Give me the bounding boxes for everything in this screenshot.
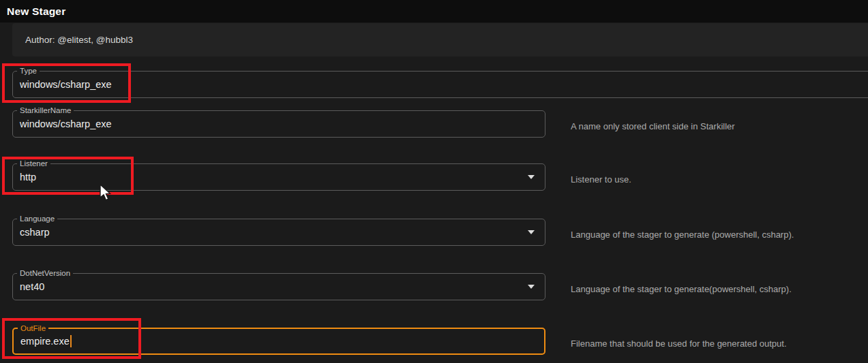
author-text: Author: @elitest, @hubbl3	[12, 35, 133, 45]
outfile-helper-text: Filename that should be used for the gen…	[571, 338, 787, 349]
outfile-input-field[interactable]: OutFile empire.exe	[12, 328, 545, 355]
listener-field-value: http	[20, 164, 36, 190]
dropdown-arrow-icon[interactable]	[528, 285, 535, 289]
dotnetversion-select-field[interactable]: DotNetVersion net40	[12, 273, 545, 300]
author-card: Author: @elitest, @hubbl3	[12, 23, 868, 57]
outfile-field-value: empire.exe	[20, 329, 72, 353]
page-title: New Stager	[0, 5, 65, 18]
dotnetversion-field-value: net40	[20, 274, 44, 300]
starkillername-helper-text: A name only stored client side in Starki…	[571, 121, 735, 131]
language-field-value: csharp	[20, 219, 50, 245]
language-select-field[interactable]: Language csharp	[12, 219, 545, 246]
language-helper-text: Language of the stager to generate (powe…	[571, 230, 794, 240]
dropdown-arrow-icon[interactable]	[528, 175, 535, 179]
listener-helper-text: Listener to use.	[571, 174, 631, 185]
new-stager-page: New Stager Author: @elitest, @hubbl3 Typ…	[0, 0, 868, 363]
type-field-value: windows/csharp_exe	[20, 72, 112, 97]
listener-select-field[interactable]: Listener http	[12, 163, 545, 191]
top-bar: New Stager	[0, 0, 868, 22]
text-caret	[70, 335, 72, 347]
type-select-field[interactable]: Type windows/csharp_exe	[12, 71, 868, 98]
dotnetversion-helper-text: Language of the stager to generate(power…	[571, 284, 792, 294]
starkillername-field-value: windows/csharp_exe	[20, 111, 112, 137]
starkillername-input-field[interactable]: StarkillerName windows/csharp_exe	[12, 110, 545, 138]
dropdown-arrow-icon[interactable]	[528, 230, 535, 234]
